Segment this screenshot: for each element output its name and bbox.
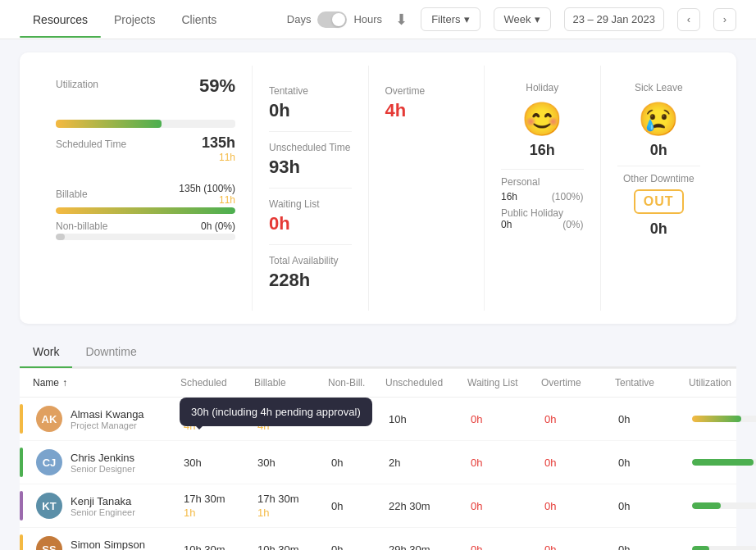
th-overtime[interactable]: Overtime [541, 377, 615, 389]
billable-label: Billable [56, 189, 88, 200]
table-row[interactable]: CJ Chris Jenkins Senior Designer 30h 30h… [20, 441, 736, 484]
date-range: 23 – 29 Jan 2023 [564, 7, 664, 31]
billable-cell: 10h 30m [257, 543, 331, 551]
avatar: SS [36, 536, 62, 550]
util-fill [692, 502, 721, 509]
tentative-item: Tentative 0h [269, 75, 352, 132]
stats-section: Utilization 59% Scheduled Time 135h 11h [20, 52, 736, 324]
tentative-cell: 0h [618, 457, 692, 469]
person-role: Senior Engineer [71, 507, 135, 517]
overtime-value: 4h [385, 100, 468, 121]
nav-tab-projects[interactable]: Projects [101, 2, 169, 38]
total-item: Total Availability 228h [269, 245, 352, 301]
overtime-item: Overtime 4h [385, 75, 468, 131]
avatar: CJ [36, 449, 62, 475]
util-cell: 94% [692, 457, 756, 468]
tentative-col: Tentative 0h Unscheduled Time 93h Waitin… [253, 66, 369, 311]
sick-leave-label: Sick Leave [617, 82, 701, 93]
sick-leave-col: Sick Leave 😢 0h Other Downtime OUT 0h [601, 66, 717, 311]
filters-label: Filters [431, 13, 460, 25]
other-downtime-label: Other Downtime [617, 173, 701, 184]
week-label: Week [504, 13, 531, 25]
waiting-cell: 0h [471, 413, 544, 425]
other-downtime-icon: OUT [634, 189, 684, 214]
holiday-block: Holiday 😊 16h [501, 75, 584, 166]
person-name: Kenji Tanaka [71, 495, 135, 507]
unscheduled-value: 93h [269, 157, 352, 178]
billable-row: Billable 135h (100%) 11h [56, 183, 235, 206]
util-cell: 44% [692, 500, 756, 511]
utilization-label: Utilization [56, 79, 98, 90]
person-cell: KT Kenji Tanaka Senior Engineer [36, 493, 184, 519]
non-billable-bar [56, 234, 235, 240]
days-hours-toggle[interactable] [317, 11, 347, 28]
unscheduled-cell: 22h 30m [389, 500, 471, 512]
non-billable-cell: 0h [331, 543, 389, 551]
table-row[interactable]: SS Simon Simpson Account Manager 10h 30m… [20, 528, 736, 550]
scheduled-value: 135h [202, 134, 235, 152]
th-unscheduled[interactable]: Unscheduled [385, 377, 467, 389]
nav-tab-resources[interactable]: Resources [20, 2, 101, 38]
hours-label: Hours [353, 13, 382, 25]
table-row[interactable]: KT Kenji Tanaka Senior Engineer 17h 30m … [20, 484, 736, 528]
overtime-label: Overtime [385, 85, 468, 97]
scheduled-cell: 30h [184, 457, 257, 469]
util-bar [692, 459, 756, 466]
non-billable-label: Non-billable [56, 220, 107, 232]
unscheduled-cell: 10h [389, 413, 471, 425]
th-utilization[interactable]: Utilization [689, 377, 756, 389]
overtime-cell: 0h [544, 413, 618, 425]
tentative-cell: 0h [618, 543, 692, 551]
personal-pct: (100%) [552, 191, 584, 202]
waiting-value: 0h [269, 213, 352, 234]
scheduled-cell: 10h 30m [184, 543, 257, 551]
th-name[interactable]: Name ↑ [33, 377, 180, 389]
personal-value: 16h [501, 191, 517, 202]
public-holiday-label: Public Holiday [501, 207, 584, 219]
work-tab[interactable]: Work [20, 337, 72, 368]
th-non-billable[interactable]: Non-Bill. [328, 377, 385, 389]
week-button[interactable]: Week ▾ [494, 7, 551, 31]
personal-row: 16h (100%) [501, 191, 584, 202]
next-week-button[interactable]: › [713, 8, 736, 31]
th-billable[interactable]: Billable [254, 377, 328, 389]
unscheduled-cell: 29h 30m [389, 543, 471, 551]
unscheduled-label: Unscheduled Time [269, 142, 352, 153]
person-role: Project Manager [71, 420, 144, 430]
billable-bar [56, 207, 235, 214]
utilization-bar [56, 120, 235, 128]
util-bar [692, 546, 756, 550]
sick-leave-value: 0h [617, 142, 701, 159]
th-scheduled[interactable]: Scheduled [180, 377, 254, 389]
billable-cell: 17h 30m 1h [257, 493, 331, 519]
th-tentative[interactable]: Tentative [615, 377, 689, 389]
other-downtime-value: 0h [617, 220, 701, 238]
waiting-cell: 0h [471, 500, 544, 512]
avatar: AK [36, 406, 62, 432]
cloud-download-icon[interactable]: ⬇ [395, 11, 408, 29]
tabs-section: Work Downtime [20, 337, 736, 368]
person-info: Almasi Kwanga Project Manager [71, 408, 144, 430]
holiday-value: 16h [501, 142, 584, 159]
filters-button[interactable]: Filters ▾ [421, 7, 480, 31]
toggle-knob [332, 13, 345, 26]
stats-grid: Utilization 59% Scheduled Time 135h 11h [39, 66, 717, 311]
prev-week-button[interactable]: ‹ [677, 8, 700, 31]
overtime-cell: 0h [544, 457, 618, 469]
scheduled-sub: 11h [202, 152, 235, 163]
person-name: Chris Jenkins [71, 452, 135, 464]
week-chevron-icon: ▾ [535, 13, 540, 25]
util-fill [692, 546, 709, 550]
nav-tab-clients[interactable]: Clients [169, 2, 230, 38]
table-row[interactable]: AK Almasi Kwanga Project Manager 30h 4h … [20, 398, 736, 441]
public-holiday-value: 0h [501, 219, 512, 230]
utilization-block: Utilization 59% [56, 75, 235, 128]
th-waiting[interactable]: Waiting List [467, 377, 541, 389]
util-fill [692, 459, 754, 466]
total-value: 228h [269, 270, 352, 291]
person-info: Chris Jenkins Senior Designer [71, 452, 135, 474]
tab-row: Work Downtime [20, 337, 736, 368]
util-cell: 26% [692, 543, 756, 550]
public-holiday-pct: (0%) [562, 219, 583, 230]
downtime-tab[interactable]: Downtime [72, 337, 149, 366]
